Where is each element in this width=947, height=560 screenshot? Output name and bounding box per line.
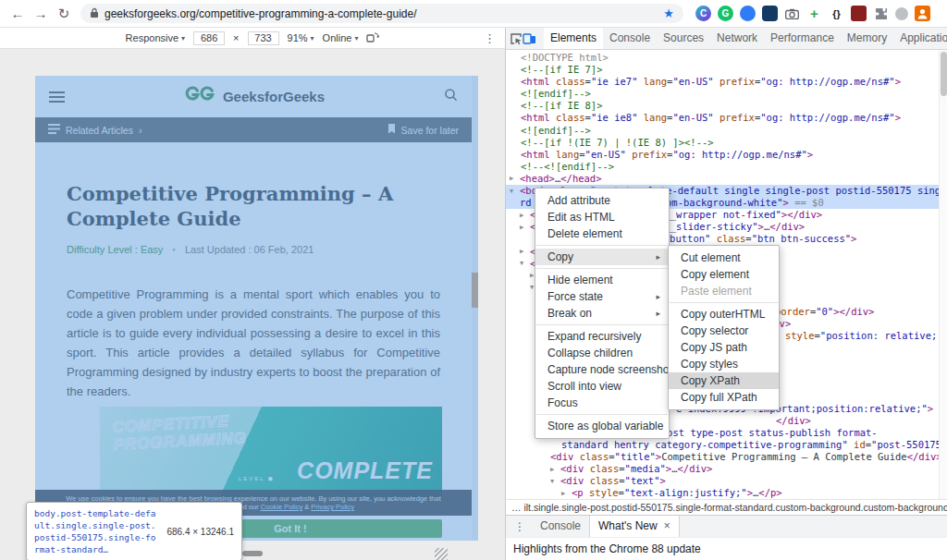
code-line[interactable]: <![endif]--> xyxy=(506,125,947,137)
menu-item-copy-js-path[interactable]: Copy JS path xyxy=(669,339,779,356)
code-line[interactable]: <html class="ie ie7" lang="en-US" prefix… xyxy=(506,76,947,88)
tab-elements[interactable]: Elements xyxy=(544,28,603,49)
menu-item-copy-styles[interactable]: Copy styles xyxy=(669,356,779,372)
back-button[interactable]: ← xyxy=(7,4,28,24)
meta-separator: ● xyxy=(172,247,176,252)
article-paragraph: Competitive Programming is a mental spor… xyxy=(67,285,440,401)
devtools-tabbar: ElementsConsoleSourcesNetworkPerformance… xyxy=(506,28,947,50)
zoom-select[interactable]: 91%▾ xyxy=(288,32,314,43)
close-tab-icon[interactable]: × xyxy=(664,516,670,537)
canva-extension-icon[interactable]: C xyxy=(695,6,711,21)
menu-item-hide-element[interactable]: Hide element xyxy=(535,272,669,288)
code-line[interactable]: standard hentry category-competitive-pro… xyxy=(506,439,947,451)
menu-item-copy-element[interactable]: Copy element xyxy=(669,266,779,283)
hamburger-menu-icon[interactable] xyxy=(49,89,65,105)
inspect-element-icon[interactable] xyxy=(510,28,523,49)
device-toolbar-toggle-icon[interactable] xyxy=(523,28,536,49)
devtools-scrollbar-thumb[interactable] xyxy=(941,52,947,96)
address-bar[interactable]: geeksforgeeks.org/competitive-programmin… xyxy=(80,4,683,23)
tab-memory[interactable]: Memory xyxy=(841,28,893,49)
code-line[interactable]: <![endif]--> xyxy=(506,88,947,100)
menu-item-copy[interactable]: Copy▸ xyxy=(535,249,669,265)
reload-button[interactable]: ↻ xyxy=(54,4,74,24)
menu-item-paste-element[interactable]: Paste element xyxy=(669,283,779,299)
extensions-puzzle-icon[interactable] xyxy=(873,6,889,21)
difficulty-level[interactable]: Difficulty Level : Easy xyxy=(67,244,163,255)
dark-extension-icon[interactable] xyxy=(762,6,778,21)
rotate-device-icon[interactable] xyxy=(366,31,379,44)
menu-item-store-as-global-variable[interactable]: Store as global variable xyxy=(535,418,669,434)
tab-console[interactable]: Console xyxy=(603,28,657,49)
tab-sources[interactable]: Sources xyxy=(657,28,710,49)
menu-item-force-state[interactable]: Force state▸ xyxy=(535,288,669,305)
code-line[interactable]: ▶<div class="media">…</div> xyxy=(506,463,947,475)
code-line[interactable]: <!DOCTYPE html> xyxy=(506,52,947,64)
menu-item-expand-recursively[interactable]: Expand recursively xyxy=(535,328,669,345)
banner-complete-text: COMPLETE xyxy=(297,457,433,484)
menu-item-copy-outerhtml[interactable]: Copy outerHTML xyxy=(669,306,779,323)
tab-performance[interactable]: Performance xyxy=(764,28,841,49)
menu-item-edit-as-html[interactable]: Edit as HTML xyxy=(535,209,669,225)
banner-level-text: LEVEL ◼ xyxy=(239,475,275,481)
screenshot-camera-icon[interactable] xyxy=(784,6,800,21)
code-line[interactable]: ▶<p style="text-align:justify;">…</p> xyxy=(506,487,947,499)
menu-item-break-on[interactable]: Break on▸ xyxy=(535,305,669,322)
chevron-down-icon: ▾ xyxy=(311,34,314,43)
elements-breadcrumb[interactable]: … ilt.single.single-post.postid-550175.s… xyxy=(506,499,947,515)
menu-item-delete-element[interactable]: Delete element xyxy=(535,225,669,242)
browser-window: ← → ↻ geeksforgeeks.org/competitive-prog… xyxy=(0,0,947,560)
code-formatter-extension-icon[interactable]: {} xyxy=(829,6,844,21)
browser-toolbar: ← → ↻ geeksforgeeks.org/competitive-prog… xyxy=(0,0,947,28)
code-line[interactable]: <html lang="en-US" prefix="og: http://og… xyxy=(506,149,947,161)
menu-item-cut-element[interactable]: Cut element xyxy=(669,250,779,266)
menu-item-add-attribute[interactable]: Add attribute xyxy=(535,192,669,209)
tooltip-dimensions: 686.4 × 13246.1 xyxy=(166,527,234,537)
device-height-input[interactable] xyxy=(248,31,279,45)
banner-headline: COMPETITIVEPROGRAMMING xyxy=(112,411,247,453)
profile-avatar-icon[interactable] xyxy=(915,6,930,21)
horizontal-scrollbar-thumb[interactable] xyxy=(242,551,263,556)
forward-button[interactable]: → xyxy=(31,4,51,24)
code-line[interactable]: ▼<div class="text"> xyxy=(506,475,947,487)
code-line[interactable]: <!--[if IE 8]> xyxy=(506,100,947,112)
network-throttle-select[interactable]: Online▾ xyxy=(323,32,359,43)
bookmark-star-icon[interactable]: ★ xyxy=(663,6,674,20)
code-line[interactable]: <!--[if IE 7]> xyxy=(506,64,947,76)
page-scrollbar-thumb[interactable] xyxy=(472,273,478,308)
grammarly-extension-icon[interactable]: G xyxy=(718,6,733,21)
related-articles-link[interactable]: Related Articles › xyxy=(48,124,142,136)
site-logo[interactable]: GeeksforGeeks xyxy=(65,86,444,107)
drawer-tab-whats-new[interactable]: What's New × xyxy=(589,516,680,537)
drawer-menu-icon[interactable]: ⋮ xyxy=(508,520,532,533)
code-line[interactable]: <div class="title">Competitive Programmi… xyxy=(506,451,947,463)
privacy-policy-link[interactable]: Privacy Policy xyxy=(311,503,354,511)
menu-item-scroll-into-view[interactable]: Scroll into view xyxy=(535,378,669,395)
cookie-policy-link[interactable]: Cookie Policy xyxy=(261,503,302,511)
resize-grip[interactable] xyxy=(435,548,448,560)
device-toolbar-menu-icon[interactable]: ⋮ xyxy=(484,31,496,45)
add-extension-icon[interactable]: + xyxy=(806,6,822,21)
menu-item-focus[interactable]: Focus xyxy=(535,395,669,411)
red-extension-icon[interactable] xyxy=(851,6,867,21)
blue-extension-icon[interactable] xyxy=(740,6,756,21)
menu-item-copy-xpath[interactable]: Copy XPath xyxy=(669,372,779,389)
devtools-scrollbar[interactable] xyxy=(939,50,947,499)
device-width-input[interactable] xyxy=(193,31,225,45)
menu-item-copy-selector[interactable]: Copy selector xyxy=(669,323,779,339)
code-line[interactable]: <!--<![endif]--> xyxy=(506,161,947,173)
url-text[interactable]: geeksforgeeks.org/competitive-programmin… xyxy=(105,7,658,20)
tab-application[interactable]: Application xyxy=(893,28,947,49)
menu-item-capture-node-screenshot[interactable]: Capture node screenshot xyxy=(535,361,669,378)
save-for-later-link[interactable]: Save for later xyxy=(387,124,459,136)
code-line[interactable]: <!--[if !(IE 7) | !(IE 8) ]><!--> xyxy=(506,137,947,149)
drawer-tab-console[interactable]: Console xyxy=(532,516,589,537)
tab-network[interactable]: Network xyxy=(710,28,764,49)
code-line[interactable]: <html class="ie ie8" lang="en-US" prefix… xyxy=(506,112,947,124)
menu-item-copy-full-xpath[interactable]: Copy full XPath xyxy=(669,389,779,406)
code-line[interactable]: ▶<head>…</head> xyxy=(506,173,947,185)
gray-extension-icon[interactable] xyxy=(895,7,908,20)
search-icon[interactable] xyxy=(444,88,458,105)
menu-item-collapse-children[interactable]: Collapse children xyxy=(535,345,669,361)
device-mode-select[interactable]: Responsive▾ xyxy=(126,32,186,43)
menu-separator xyxy=(536,268,668,269)
